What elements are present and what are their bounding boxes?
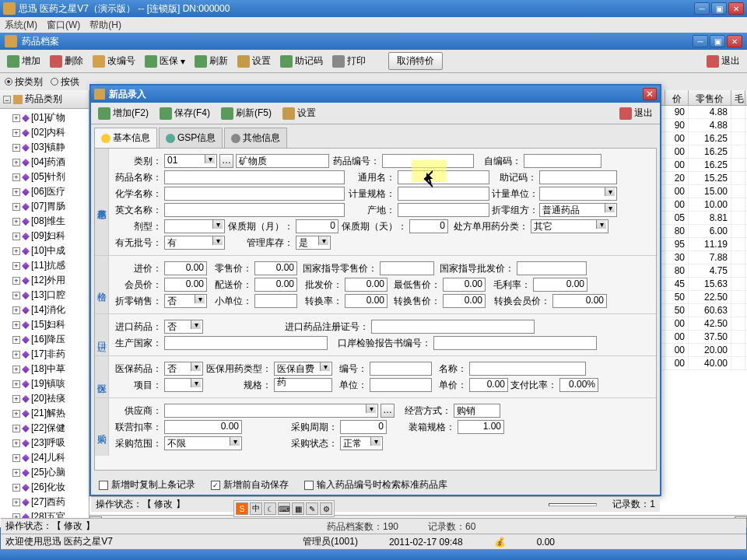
category-browse-button[interactable]: … — [219, 154, 233, 168]
ins-unit-input[interactable] — [370, 378, 432, 392]
origin-input[interactable] — [398, 203, 489, 217]
minimize-button[interactable]: ─ — [694, 2, 710, 15]
close-button[interactable]: ✕ — [728, 2, 744, 15]
zerosale-select[interactable]: 否 — [164, 294, 207, 308]
sub-maximize-button[interactable]: ▣ — [710, 35, 725, 47]
menu-window[interactable]: 窗口(W) — [47, 19, 80, 32]
coop-rate-input[interactable]: 0.00 — [164, 420, 242, 434]
group-select[interactable]: 普通药品 — [539, 203, 617, 217]
tree-item[interactable]: +[09]妇科 — [0, 229, 89, 243]
guide-whole-input[interactable] — [517, 261, 587, 275]
cancel-special-button[interactable]: 取消特价 — [388, 52, 443, 70]
tree-item[interactable]: +[22]保健 — [0, 421, 89, 436]
add-button[interactable]: 增加 — [3, 52, 44, 70]
tree-item[interactable]: +[04]药酒 — [0, 155, 89, 170]
tree-item[interactable]: +[26]化妆 — [0, 480, 89, 495]
ins-code-input[interactable] — [370, 362, 432, 376]
insurance-button[interactable]: 医保▾ — [141, 52, 189, 70]
category-tree[interactable]: −药品类别 +[01]矿物+[02]内科+[03]镇静+[04]药酒+[05]针… — [0, 90, 89, 527]
form-select[interactable] — [164, 219, 225, 233]
product-code-input[interactable] — [382, 154, 474, 168]
maximize-button[interactable]: ▣ — [711, 2, 727, 15]
stock-mgmt-select[interactable]: 是 — [296, 236, 331, 250]
copy-last-checkbox[interactable]: 新增时复制上条记录 — [99, 478, 195, 492]
supplier-browse-button[interactable]: … — [381, 404, 395, 418]
mnemonic-button[interactable]: 助记码 — [276, 52, 327, 70]
tab-gsp[interactable]: GSP信息 — [159, 128, 223, 148]
tree-item[interactable]: +[01]矿物 — [0, 110, 89, 125]
common-name-input[interactable] — [398, 170, 489, 184]
print-button[interactable]: 打印 — [328, 52, 370, 70]
col-price2[interactable]: 零售价 — [689, 90, 731, 105]
tree-item[interactable]: +[11]抗感 — [0, 258, 89, 273]
sub-close-button[interactable]: ✕ — [727, 35, 742, 47]
tree-item[interactable]: +[02]内科 — [0, 125, 89, 140]
tree-item[interactable]: +[20]祛痰 — [0, 391, 89, 406]
ins-type-select[interactable]: 医保自费药 — [274, 362, 332, 376]
refresh-button[interactable]: 刷新 — [191, 52, 232, 70]
scope-select[interactable]: 不限 — [164, 436, 242, 450]
ime-toolbar[interactable]: S中☾⌨▦✎⚙ — [233, 500, 335, 517]
cycle-input[interactable]: 0 — [340, 420, 387, 434]
tree-item[interactable]: +[07]胃肠 — [0, 199, 89, 214]
self-code-input[interactable] — [524, 154, 601, 168]
dlg-save-button[interactable]: 保存(F4) — [156, 104, 214, 122]
tree-item[interactable]: +[13]口腔 — [0, 288, 89, 303]
supplier-select[interactable] — [164, 404, 378, 418]
tree-item[interactable]: +[03]镇静 — [0, 140, 89, 155]
ins-item-select[interactable] — [164, 378, 203, 392]
tree-item[interactable]: +[16]降压 — [0, 332, 89, 347]
shelf-month-input[interactable]: 0 — [296, 219, 338, 233]
tree-item[interactable]: +[17]非药 — [0, 347, 89, 362]
tree-item[interactable]: +[23]呼吸 — [0, 436, 89, 450]
tree-item[interactable]: +[24]儿科 — [0, 450, 89, 465]
batch-flag-select[interactable]: 有 — [164, 236, 225, 250]
menu-system[interactable]: 系统(M) — [5, 19, 37, 32]
tab-other[interactable]: 其他信息 — [224, 128, 287, 148]
cost-input[interactable]: 0.00 — [164, 261, 207, 275]
tree-item[interactable]: +[27]西药 — [0, 495, 89, 509]
chem-name-input[interactable] — [164, 187, 345, 201]
smallunit-input[interactable] — [254, 294, 297, 308]
minsale-input[interactable]: 0.00 — [443, 278, 486, 292]
tree-item[interactable]: +[15]妇科 — [0, 317, 89, 332]
pack-input[interactable]: 1.00 — [458, 420, 504, 434]
producer-input[interactable] — [164, 336, 328, 350]
col-3[interactable]: 毛 — [731, 90, 745, 105]
eng-name-input[interactable] — [164, 203, 345, 217]
tree-item[interactable]: +[12]外用 — [0, 273, 89, 288]
delete-button[interactable]: 删除 — [46, 52, 87, 70]
shelf-day-input[interactable]: 0 — [409, 219, 448, 233]
menu-help[interactable]: 帮助(H) — [89, 19, 121, 32]
dlg-add-button[interactable]: 增加(F2) — [94, 104, 153, 122]
guide-retail-input[interactable] — [380, 261, 434, 275]
tree-item[interactable]: +[08]维生 — [0, 214, 89, 229]
spec-input[interactable] — [398, 187, 489, 201]
convertsale-input[interactable]: 0.00 — [443, 294, 486, 308]
member-input[interactable]: 0.00 — [164, 278, 207, 292]
tree-item[interactable]: +[21]解热 — [0, 406, 89, 421]
pay-ratio-input[interactable]: 0.00% — [559, 378, 598, 392]
dlg-refresh-button[interactable]: 刷新(F5) — [217, 104, 275, 122]
category-select[interactable]: 01 — [164, 154, 217, 168]
tree-item[interactable]: +[25]心脑 — [0, 465, 89, 480]
tree-item[interactable]: +[10]中成 — [0, 243, 89, 258]
filter-by-supplier[interactable]: 按供 — [51, 75, 79, 89]
port-report-input[interactable] — [433, 336, 597, 350]
delivery-input[interactable]: 0.00 — [254, 278, 297, 292]
tree-item[interactable]: +[19]镇咳 — [0, 376, 89, 391]
filter-by-category[interactable]: 按类别 — [5, 75, 43, 89]
ins-drug-select[interactable]: 否 — [164, 362, 203, 376]
exit-button[interactable]: 退出 — [703, 52, 744, 70]
convert-input[interactable]: 0.00 — [345, 294, 388, 308]
settings-button[interactable]: 设置 — [233, 52, 275, 70]
unit-select[interactable] — [539, 187, 617, 201]
rx-class-select[interactable]: 其它 — [531, 219, 608, 233]
tree-item[interactable]: +[14]消化 — [0, 303, 89, 317]
import-drug-select[interactable]: 否 — [164, 320, 203, 334]
dialog-close-button[interactable]: ✕ — [643, 88, 657, 100]
wholesale-input[interactable]: 0.00 — [345, 278, 388, 292]
col-price1[interactable]: 价 — [665, 90, 689, 105]
product-name-input[interactable] — [164, 170, 345, 184]
tree-item[interactable]: +[05]针剂 — [0, 170, 89, 184]
